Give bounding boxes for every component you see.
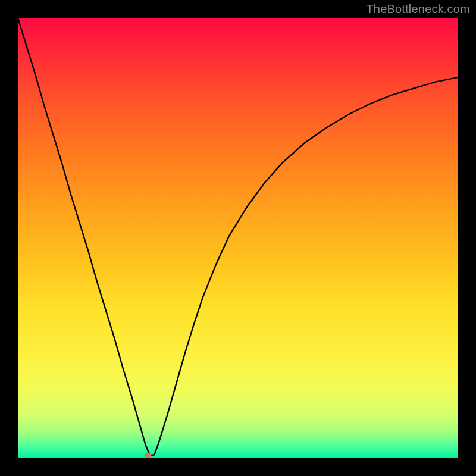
curve-svg	[18, 18, 458, 458]
plot-area	[18, 18, 458, 458]
chart-frame: TheBottleneck.com	[0, 0, 476, 476]
bottleneck-curve	[18, 18, 458, 456]
watermark-text: TheBottleneck.com	[366, 2, 470, 16]
optimal-marker	[144, 453, 151, 458]
